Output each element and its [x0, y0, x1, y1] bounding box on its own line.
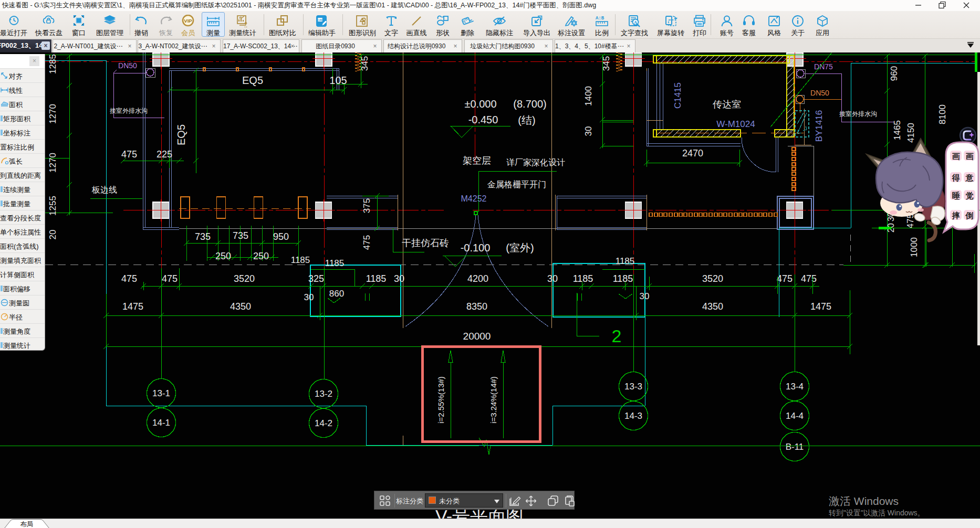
svg-text:1185: 1185 [573, 273, 593, 284]
svg-text:14-1: 14-1 [152, 418, 170, 428]
svg-text:DN75: DN75 [814, 62, 833, 71]
svg-text:VIP: VIP [184, 18, 192, 24]
svg-text:3520: 3520 [234, 273, 255, 284]
svg-text:意: 意 [965, 173, 974, 182]
svg-text:860: 860 [329, 289, 344, 299]
svg-text:详厂家深化设计: 详厂家深化设计 [506, 158, 565, 167]
svg-text:14-3: 14-3 [624, 411, 642, 421]
svg-text:1400: 1400 [583, 86, 593, 106]
svg-text:DN50: DN50 [810, 89, 829, 97]
svg-text:画: 画 [966, 152, 974, 161]
svg-text:(8.700): (8.700) [513, 98, 546, 110]
svg-text:20: 20 [48, 230, 58, 240]
svg-text:475: 475 [121, 273, 137, 284]
svg-text:30: 30 [394, 273, 404, 284]
svg-text:13-1: 13-1 [152, 388, 170, 398]
svg-text:14-2: 14-2 [315, 418, 332, 428]
svg-text:-0.100: -0.100 [461, 242, 491, 254]
svg-text:14-4: 14-4 [786, 411, 804, 421]
svg-text:EQ5: EQ5 [242, 75, 263, 86]
svg-text:2470: 2470 [682, 148, 703, 159]
svg-text:475: 475 [801, 273, 817, 284]
svg-text:30: 30 [583, 126, 593, 136]
svg-text:1185: 1185 [291, 255, 310, 265]
svg-text:1185: 1185 [616, 256, 635, 266]
svg-text:13-3: 13-3 [624, 382, 642, 392]
svg-text:摔: 摔 [952, 211, 960, 220]
svg-text:(室外): (室外) [506, 242, 534, 254]
svg-text:475: 475 [777, 273, 793, 284]
svg-text:M4252: M4252 [461, 194, 487, 203]
svg-text:板边线: 板边线 [91, 185, 117, 194]
svg-text:475: 475 [362, 235, 372, 250]
svg-text:B-11: B-11 [786, 442, 804, 452]
svg-text:20000: 20000 [463, 331, 491, 342]
svg-text:-0.450: -0.450 [468, 114, 498, 125]
svg-text:C1415: C1415 [673, 82, 683, 109]
svg-text:BY1416: BY1416 [814, 110, 824, 142]
svg-text:13-2: 13-2 [315, 389, 332, 399]
svg-text:1185: 1185 [366, 273, 387, 284]
svg-text:1475: 1475 [810, 301, 831, 312]
svg-text:30: 30 [304, 292, 314, 302]
svg-text:2: 2 [612, 326, 622, 346]
svg-text:30: 30 [547, 273, 558, 284]
svg-text:8100: 8100 [937, 104, 947, 124]
svg-text:375: 375 [362, 198, 372, 213]
svg-text:4150: 4150 [906, 123, 916, 143]
svg-text:1185: 1185 [325, 258, 345, 268]
svg-text:475: 475 [121, 149, 137, 160]
svg-text:传达室: 传达室 [713, 99, 741, 110]
svg-text:i=2.55%(13#): i=2.55%(13#) [436, 376, 445, 424]
svg-text:325: 325 [308, 273, 324, 284]
svg-text:4350: 4350 [230, 301, 251, 312]
svg-text:EQ5: EQ5 [175, 124, 187, 145]
svg-text:得: 得 [952, 173, 960, 182]
svg-text:1255: 1255 [48, 196, 58, 216]
svg-text:1465: 1465 [892, 120, 902, 140]
svg-text:345: 345 [360, 56, 370, 71]
svg-text:i=3.24%(14#): i=3.24%(14#) [489, 376, 498, 424]
svg-text:735: 735 [195, 231, 211, 242]
svg-text:布局: 布局 [20, 521, 34, 528]
svg-text:W-M1024: W-M1024 [716, 119, 755, 129]
svg-text:3520: 3520 [702, 273, 723, 284]
svg-text:架空层: 架空层 [463, 155, 491, 166]
svg-text:±0.000: ±0.000 [464, 98, 496, 110]
svg-text:画: 画 [952, 152, 961, 161]
svg-text:干挂仿石砖: 干挂仿石砖 [402, 238, 449, 248]
svg-text:1475: 1475 [122, 301, 143, 312]
svg-text:接室外排水沟: 接室外排水沟 [839, 110, 877, 118]
svg-text:345: 345 [601, 56, 611, 71]
svg-text:倒: 倒 [965, 211, 974, 220]
svg-text:950: 950 [273, 231, 289, 242]
svg-text:觉: 觉 [965, 191, 974, 200]
svg-text:250: 250 [253, 251, 269, 261]
svg-text:1285: 1285 [48, 54, 58, 74]
svg-text:250: 250 [215, 251, 231, 261]
svg-text:DN50: DN50 [118, 61, 137, 70]
svg-text:105: 105 [329, 75, 347, 86]
svg-text:金属格栅平开门: 金属格栅平开门 [487, 180, 546, 189]
svg-text:8350: 8350 [466, 301, 487, 312]
svg-text:A: A [634, 20, 638, 25]
svg-text:1270: 1270 [48, 153, 58, 173]
svg-text:4350: 4350 [702, 301, 723, 312]
svg-text:960: 960 [889, 66, 899, 81]
svg-text:A:B: A:B [596, 16, 604, 21]
svg-text:225: 225 [157, 149, 172, 160]
svg-text:1185: 1185 [613, 273, 633, 284]
svg-text:735: 735 [233, 230, 248, 241]
svg-text:1000: 1000 [909, 237, 919, 257]
svg-text:30: 30 [640, 291, 650, 301]
svg-text:(结): (结) [518, 114, 535, 126]
svg-text:4200: 4200 [467, 273, 488, 284]
svg-text:13-4: 13-4 [786, 382, 804, 392]
svg-text:475: 475 [162, 273, 178, 284]
svg-text:1270: 1270 [48, 104, 58, 124]
svg-text:睡: 睡 [952, 191, 961, 200]
svg-text:CAD: CAD [317, 18, 323, 22]
svg-text:接室外排水沟: 接室外排水沟 [110, 107, 148, 114]
